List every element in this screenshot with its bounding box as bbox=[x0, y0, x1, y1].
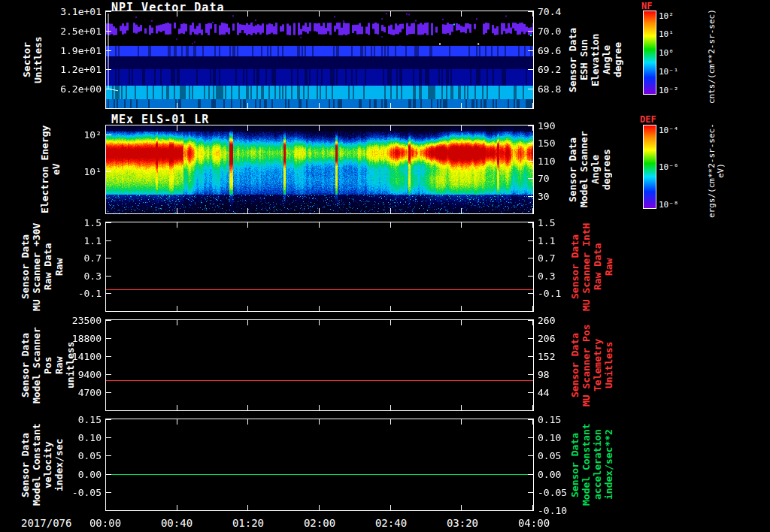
nf-colorbar-units: cnts/(cm**2-sr-sec) bbox=[708, 9, 717, 104]
velocity-left-axis-label: Sensor Data Model Constant velocity inde… bbox=[20, 419, 65, 511]
model-scanner-pos-line-panel: 235001880014100940047002602061529844 bbox=[105, 319, 534, 411]
y-tick-label: -0.05 bbox=[538, 486, 567, 497]
tick-mark bbox=[106, 474, 111, 475]
x-tick-label: 02:00 bbox=[304, 517, 335, 529]
x-axis-date-label: 2017/076 bbox=[21, 517, 71, 529]
tick-mark bbox=[528, 276, 533, 277]
tick-mark bbox=[106, 356, 111, 357]
y-tick-label: 110 bbox=[538, 155, 555, 166]
y-tick-label: 68.8 bbox=[538, 83, 561, 95]
y-tick-label: 0.3 bbox=[84, 270, 102, 281]
y-tick-label: 4700 bbox=[78, 387, 102, 398]
tick-mark bbox=[106, 392, 111, 393]
tick-mark bbox=[177, 405, 177, 410]
y-tick-label: 6.2e+00 bbox=[60, 83, 102, 95]
tick-mark bbox=[528, 374, 533, 375]
y-tick-label: 2.5e+01 bbox=[60, 25, 102, 36]
tick-mark bbox=[390, 103, 391, 108]
y-tick-label: -0.05 bbox=[72, 486, 102, 497]
tick-mark bbox=[528, 293, 533, 294]
y-tick-label: -0.1 bbox=[538, 288, 561, 299]
y-tick-label: 69.6 bbox=[538, 44, 561, 56]
els-spectrogram-canvas bbox=[106, 125, 533, 213]
tick-mark bbox=[528, 455, 533, 456]
tick-mark bbox=[532, 505, 533, 510]
tick-mark bbox=[461, 405, 462, 410]
y-tick-label: 98 bbox=[538, 369, 550, 380]
tick-mark bbox=[105, 222, 106, 228]
tick-mark bbox=[319, 11, 320, 17]
tick-mark bbox=[177, 208, 177, 213]
tick-mark bbox=[532, 320, 533, 325]
nf-colorbar-title: NF bbox=[641, 1, 652, 11]
tick-mark bbox=[390, 222, 391, 228]
tick-mark bbox=[319, 222, 320, 228]
y-tick-label: 0.15 bbox=[78, 414, 102, 425]
x-tick-label: 02:40 bbox=[375, 517, 407, 529]
y-tick-label: 1.1 bbox=[84, 234, 102, 246]
model-constant-velocity-line-panel: 0.150.100.050.00-0.050.150.100.050.00-0.… bbox=[105, 419, 534, 511]
y-tick-label: 70.4 bbox=[538, 6, 561, 17]
tick-mark bbox=[106, 293, 111, 294]
model-constant-velocity-line bbox=[106, 474, 533, 475]
y-tick-label: 0.10 bbox=[538, 432, 561, 443]
tick-mark bbox=[106, 31, 111, 32]
tick-mark bbox=[247, 505, 248, 510]
tick-mark bbox=[105, 11, 106, 17]
tick-mark bbox=[105, 320, 106, 325]
colorbar-tick-label: 10² bbox=[659, 11, 674, 20]
tick-mark bbox=[106, 240, 111, 241]
y-tick-label: 69.2 bbox=[538, 64, 561, 75]
npi-spectrogram-canvas bbox=[106, 11, 533, 108]
y-tick-label: 1.1 bbox=[538, 234, 555, 246]
y-tick-label: 30 bbox=[538, 190, 550, 201]
tick-mark bbox=[105, 405, 106, 410]
y-tick-label: 152 bbox=[538, 351, 555, 362]
tick-mark bbox=[247, 320, 248, 325]
tick-mark bbox=[461, 222, 462, 228]
tick-mark bbox=[319, 320, 320, 325]
tick-mark bbox=[528, 240, 533, 241]
y-tick-label: 1.9e+01 bbox=[60, 44, 102, 56]
tick-mark bbox=[532, 125, 533, 131]
y-tick-label: 10² bbox=[84, 129, 102, 141]
x-tick-label: 00:40 bbox=[161, 517, 192, 529]
y-tick-label: 0.3 bbox=[538, 270, 555, 281]
tick-mark bbox=[106, 338, 111, 339]
nf-colorbar: 10²10¹10⁰10⁻¹10⁻² bbox=[643, 11, 656, 95]
tick-mark bbox=[528, 437, 533, 438]
tick-mark bbox=[247, 306, 248, 311]
y-tick-label: 0.7 bbox=[84, 252, 102, 264]
tick-mark bbox=[106, 276, 111, 277]
tick-mark bbox=[247, 125, 248, 131]
tick-mark bbox=[319, 419, 320, 425]
y-tick-label: 0.10 bbox=[78, 432, 102, 443]
tick-mark bbox=[105, 208, 106, 213]
tick-mark bbox=[106, 437, 111, 438]
npi-right-axis-label: Sensor Data ESH Sun Elevation Angle degr… bbox=[567, 11, 623, 109]
tick-mark bbox=[105, 103, 106, 108]
tick-mark bbox=[106, 492, 111, 493]
y-tick-label: 206 bbox=[538, 333, 555, 344]
tick-mark bbox=[532, 222, 533, 228]
y-tick-label: -0.1 bbox=[78, 288, 102, 299]
def-colorbar: 10⁻⁴10⁻⁶10⁻⁸ bbox=[643, 125, 656, 209]
tick-mark bbox=[532, 208, 533, 213]
y-tick-label: 0.00 bbox=[78, 468, 102, 479]
tick-mark bbox=[528, 89, 533, 89]
y-tick-label: 1.5 bbox=[84, 217, 102, 228]
y-tick-label: -0.10 bbox=[538, 505, 567, 516]
tick-mark bbox=[532, 405, 533, 410]
y-tick-label: 150 bbox=[538, 138, 555, 149]
mu-inth-right-axis-label: Sensor Data MU Scanner IntH Raw Data Raw bbox=[569, 222, 614, 312]
tick-mark bbox=[177, 103, 177, 108]
acceleration-right-axis-label: Sensor Data Model Constant acceleration … bbox=[569, 419, 614, 511]
tick-mark bbox=[105, 306, 106, 311]
colorbar-tick-label: 10⁻⁴ bbox=[659, 125, 679, 135]
tick-mark bbox=[106, 171, 111, 172]
def-colorbar-title: DEF bbox=[640, 114, 656, 125]
tick-mark bbox=[390, 405, 391, 410]
tick-mark bbox=[105, 505, 106, 510]
tick-mark bbox=[106, 135, 111, 135]
def-colorbar-units: ergs/(cm**2-sr-sec-eV) bbox=[708, 123, 726, 218]
